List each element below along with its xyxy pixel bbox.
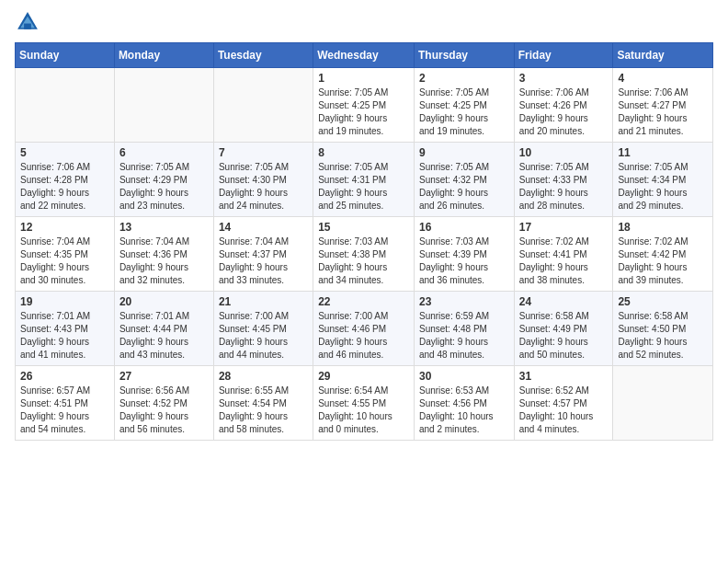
calendar-cell: 9Sunrise: 7:05 AM Sunset: 4:32 PM Daylig… <box>414 143 514 217</box>
day-number: 8 <box>318 146 409 159</box>
day-number: 4 <box>618 72 708 85</box>
calendar-cell: 21Sunrise: 7:00 AM Sunset: 4:45 PM Dayli… <box>213 292 313 366</box>
day-number: 3 <box>519 72 609 85</box>
day-info: Sunrise: 7:05 AM Sunset: 4:25 PM Dayligh… <box>419 86 509 138</box>
calendar-cell: 2Sunrise: 7:05 AM Sunset: 4:25 PM Daylig… <box>414 68 514 143</box>
day-number: 23 <box>419 295 509 308</box>
day-info: Sunrise: 7:05 AM Sunset: 4:25 PM Dayligh… <box>318 86 409 138</box>
calendar-cell: 13Sunrise: 7:04 AM Sunset: 4:36 PM Dayli… <box>114 217 213 292</box>
day-info: Sunrise: 7:06 AM Sunset: 4:26 PM Dayligh… <box>519 86 609 138</box>
day-number: 12 <box>20 221 109 234</box>
day-number: 20 <box>119 295 209 308</box>
calendar-cell <box>613 366 713 441</box>
day-number: 30 <box>419 370 509 383</box>
calendar-cell: 12Sunrise: 7:04 AM Sunset: 4:35 PM Dayli… <box>16 217 115 292</box>
day-info: Sunrise: 7:05 AM Sunset: 4:30 PM Dayligh… <box>219 161 308 213</box>
day-number: 6 <box>119 146 209 159</box>
day-number: 19 <box>20 295 109 308</box>
logo-icon <box>15 9 40 35</box>
day-info: Sunrise: 6:59 AM Sunset: 4:48 PM Dayligh… <box>419 310 509 362</box>
day-info: Sunrise: 6:55 AM Sunset: 4:54 PM Dayligh… <box>219 385 308 436</box>
day-info: Sunrise: 7:00 AM Sunset: 4:45 PM Dayligh… <box>219 310 308 362</box>
calendar-cell: 27Sunrise: 6:56 AM Sunset: 4:52 PM Dayli… <box>114 366 213 441</box>
calendar-cell: 29Sunrise: 6:54 AM Sunset: 4:55 PM Dayli… <box>313 366 415 441</box>
day-number: 9 <box>419 146 509 159</box>
day-info: Sunrise: 7:04 AM Sunset: 4:37 PM Dayligh… <box>219 236 308 287</box>
calendar-cell: 11Sunrise: 7:05 AM Sunset: 4:34 PM Dayli… <box>613 143 713 217</box>
col-header-friday: Friday <box>514 43 613 68</box>
calendar-cell: 23Sunrise: 6:59 AM Sunset: 4:48 PM Dayli… <box>414 292 514 366</box>
day-info: Sunrise: 7:01 AM Sunset: 4:44 PM Dayligh… <box>119 310 209 362</box>
calendar-cell: 18Sunrise: 7:02 AM Sunset: 4:42 PM Dayli… <box>613 217 713 292</box>
col-header-wednesday: Wednesday <box>313 43 415 68</box>
day-number: 1 <box>318 72 409 85</box>
calendar-cell: 30Sunrise: 6:53 AM Sunset: 4:56 PM Dayli… <box>414 366 514 441</box>
day-info: Sunrise: 7:01 AM Sunset: 4:43 PM Dayligh… <box>20 310 109 362</box>
day-info: Sunrise: 6:54 AM Sunset: 4:55 PM Dayligh… <box>318 385 409 436</box>
calendar-cell: 26Sunrise: 6:57 AM Sunset: 4:51 PM Dayli… <box>16 366 115 441</box>
calendar-week-row: 12Sunrise: 7:04 AM Sunset: 4:35 PM Dayli… <box>16 217 713 292</box>
day-info: Sunrise: 6:56 AM Sunset: 4:52 PM Dayligh… <box>119 385 209 436</box>
col-header-saturday: Saturday <box>613 43 713 68</box>
day-number: 26 <box>20 370 109 383</box>
day-number: 10 <box>519 146 609 159</box>
day-info: Sunrise: 7:02 AM Sunset: 4:42 PM Dayligh… <box>618 236 708 287</box>
day-number: 11 <box>618 146 708 159</box>
calendar-cell: 25Sunrise: 6:58 AM Sunset: 4:50 PM Dayli… <box>613 292 713 366</box>
day-number: 13 <box>119 221 209 234</box>
calendar-week-row: 19Sunrise: 7:01 AM Sunset: 4:43 PM Dayli… <box>16 292 713 366</box>
col-header-sunday: Sunday <box>16 43 115 68</box>
day-info: Sunrise: 6:53 AM Sunset: 4:56 PM Dayligh… <box>419 385 509 436</box>
calendar-cell: 10Sunrise: 7:05 AM Sunset: 4:33 PM Dayli… <box>514 143 613 217</box>
day-number: 28 <box>219 370 308 383</box>
day-info: Sunrise: 7:03 AM Sunset: 4:39 PM Dayligh… <box>419 236 509 287</box>
calendar-cell: 15Sunrise: 7:03 AM Sunset: 4:38 PM Dayli… <box>313 217 415 292</box>
day-number: 27 <box>119 370 209 383</box>
day-number: 14 <box>219 221 308 234</box>
day-info: Sunrise: 6:52 AM Sunset: 4:57 PM Dayligh… <box>519 385 609 436</box>
calendar-table: SundayMondayTuesdayWednesdayThursdayFrid… <box>15 42 713 441</box>
calendar-cell: 28Sunrise: 6:55 AM Sunset: 4:54 PM Dayli… <box>213 366 313 441</box>
day-number: 7 <box>219 146 308 159</box>
day-info: Sunrise: 7:06 AM Sunset: 4:27 PM Dayligh… <box>618 86 708 138</box>
day-number: 29 <box>318 370 409 383</box>
calendar-cell: 6Sunrise: 7:05 AM Sunset: 4:29 PM Daylig… <box>114 143 213 217</box>
day-info: Sunrise: 6:57 AM Sunset: 4:51 PM Dayligh… <box>20 385 109 436</box>
day-number: 16 <box>419 221 509 234</box>
day-info: Sunrise: 7:05 AM Sunset: 4:31 PM Dayligh… <box>318 161 409 213</box>
calendar-cell: 4Sunrise: 7:06 AM Sunset: 4:27 PM Daylig… <box>613 68 713 143</box>
day-info: Sunrise: 7:00 AM Sunset: 4:46 PM Dayligh… <box>318 310 409 362</box>
day-info: Sunrise: 7:05 AM Sunset: 4:33 PM Dayligh… <box>519 161 609 213</box>
calendar-cell: 5Sunrise: 7:06 AM Sunset: 4:28 PM Daylig… <box>16 143 115 217</box>
day-info: Sunrise: 7:02 AM Sunset: 4:41 PM Dayligh… <box>519 236 609 287</box>
day-number: 15 <box>318 221 409 234</box>
day-info: Sunrise: 7:05 AM Sunset: 4:32 PM Dayligh… <box>419 161 509 213</box>
day-info: Sunrise: 7:05 AM Sunset: 4:34 PM Dayligh… <box>618 161 708 213</box>
calendar-week-row: 1Sunrise: 7:05 AM Sunset: 4:25 PM Daylig… <box>16 68 713 143</box>
day-info: Sunrise: 7:04 AM Sunset: 4:35 PM Dayligh… <box>20 236 109 287</box>
calendar-cell: 14Sunrise: 7:04 AM Sunset: 4:37 PM Dayli… <box>213 217 313 292</box>
calendar-cell: 22Sunrise: 7:00 AM Sunset: 4:46 PM Dayli… <box>313 292 415 366</box>
day-number: 2 <box>419 72 509 85</box>
page-header <box>15 9 713 35</box>
calendar-cell: 17Sunrise: 7:02 AM Sunset: 4:41 PM Dayli… <box>514 217 613 292</box>
calendar-cell <box>16 68 115 143</box>
calendar-cell: 19Sunrise: 7:01 AM Sunset: 4:43 PM Dayli… <box>16 292 115 366</box>
col-header-monday: Monday <box>114 43 213 68</box>
day-number: 31 <box>519 370 609 383</box>
day-number: 21 <box>219 295 308 308</box>
day-info: Sunrise: 7:04 AM Sunset: 4:36 PM Dayligh… <box>119 236 209 287</box>
day-number: 17 <box>519 221 609 234</box>
logo <box>15 9 44 35</box>
calendar-cell: 31Sunrise: 6:52 AM Sunset: 4:57 PM Dayli… <box>514 366 613 441</box>
calendar-cell: 3Sunrise: 7:06 AM Sunset: 4:26 PM Daylig… <box>514 68 613 143</box>
day-info: Sunrise: 7:03 AM Sunset: 4:38 PM Dayligh… <box>318 236 409 287</box>
day-info: Sunrise: 7:05 AM Sunset: 4:29 PM Dayligh… <box>119 161 209 213</box>
day-number: 22 <box>318 295 409 308</box>
calendar-cell: 24Sunrise: 6:58 AM Sunset: 4:49 PM Dayli… <box>514 292 613 366</box>
calendar-cell: 16Sunrise: 7:03 AM Sunset: 4:39 PM Dayli… <box>414 217 514 292</box>
calendar-header-row: SundayMondayTuesdayWednesdayThursdayFrid… <box>16 43 713 68</box>
day-number: 18 <box>618 221 708 234</box>
day-number: 5 <box>20 146 109 159</box>
day-number: 24 <box>519 295 609 308</box>
